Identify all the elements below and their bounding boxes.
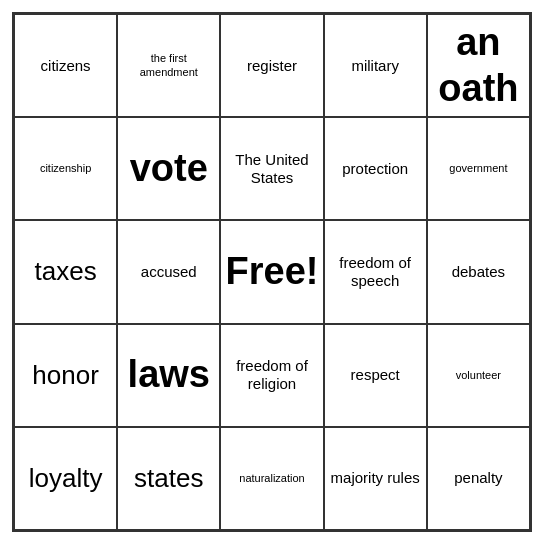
cell-text-23: majority rules <box>331 469 420 487</box>
cell-text-10: taxes <box>35 256 97 287</box>
bingo-cell-14: debates <box>427 220 530 323</box>
bingo-cell-18: respect <box>324 324 427 427</box>
bingo-cell-5: citizenship <box>14 117 117 220</box>
bingo-cell-20: loyalty <box>14 427 117 530</box>
cell-text-13: freedom of speech <box>329 254 422 290</box>
cell-text-19: volunteer <box>456 369 501 382</box>
cell-text-20: loyalty <box>29 463 103 494</box>
bingo-cell-10: taxes <box>14 220 117 323</box>
bingo-cell-0: citizens <box>14 14 117 117</box>
bingo-cell-24: penalty <box>427 427 530 530</box>
bingo-cell-22: naturalization <box>220 427 323 530</box>
bingo-cell-7: The United States <box>220 117 323 220</box>
bingo-cell-19: volunteer <box>427 324 530 427</box>
cell-text-11: accused <box>141 263 197 281</box>
bingo-cell-3: military <box>324 14 427 117</box>
bingo-cell-6: vote <box>117 117 220 220</box>
cell-text-12: Free! <box>226 249 319 295</box>
bingo-cell-4: an oath <box>427 14 530 117</box>
cell-text-2: register <box>247 57 297 75</box>
cell-text-16: laws <box>128 352 210 398</box>
cell-text-1: the first amendment <box>122 52 215 78</box>
cell-text-8: protection <box>342 160 408 178</box>
bingo-board: citizensthe first amendmentregistermilit… <box>12 12 532 532</box>
bingo-cell-9: government <box>427 117 530 220</box>
cell-text-4: an oath <box>432 20 525 111</box>
bingo-cell-2: register <box>220 14 323 117</box>
cell-text-6: vote <box>130 146 208 192</box>
bingo-cell-1: the first amendment <box>117 14 220 117</box>
bingo-cell-8: protection <box>324 117 427 220</box>
cell-text-9: government <box>449 162 507 175</box>
cell-text-0: citizens <box>41 57 91 75</box>
bingo-cell-13: freedom of speech <box>324 220 427 323</box>
cell-text-22: naturalization <box>239 472 304 485</box>
bingo-cell-12: Free! <box>220 220 323 323</box>
bingo-cell-16: laws <box>117 324 220 427</box>
bingo-cell-11: accused <box>117 220 220 323</box>
cell-text-15: honor <box>32 360 99 391</box>
cell-text-5: citizenship <box>40 162 91 175</box>
cell-text-3: military <box>351 57 399 75</box>
cell-text-7: The United States <box>225 151 318 187</box>
bingo-cell-17: freedom of religion <box>220 324 323 427</box>
cell-text-21: states <box>134 463 203 494</box>
cell-text-14: debates <box>452 263 505 281</box>
bingo-cell-21: states <box>117 427 220 530</box>
cell-text-18: respect <box>351 366 400 384</box>
cell-text-24: penalty <box>454 469 502 487</box>
cell-text-17: freedom of religion <box>225 357 318 393</box>
bingo-cell-15: honor <box>14 324 117 427</box>
bingo-cell-23: majority rules <box>324 427 427 530</box>
